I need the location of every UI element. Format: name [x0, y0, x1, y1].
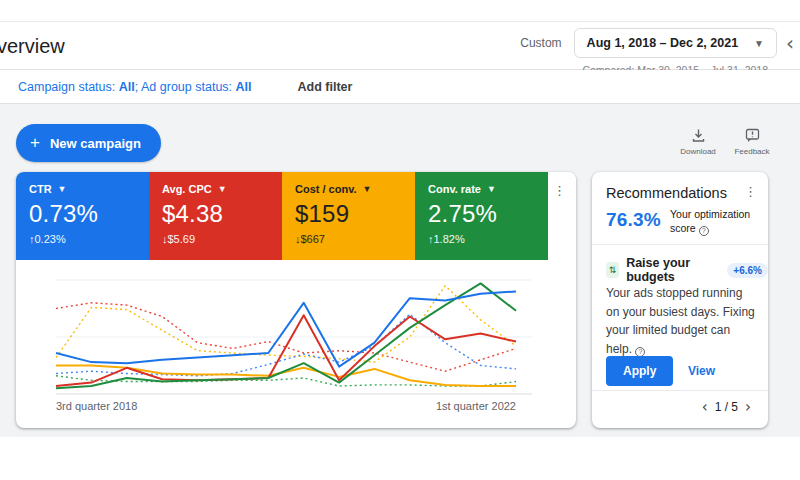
chevron-down-icon: ▼ [218, 184, 227, 194]
chart-line [56, 315, 516, 386]
chevron-left-icon[interactable]: ‹ [695, 398, 715, 416]
chart-area: 3rd quarter 2018 1st quarter 2022 [16, 260, 576, 428]
new-campaign-label: New campaign [50, 136, 141, 151]
optimization-score-label: Your optimization score ? [670, 207, 760, 236]
scorecard-metric-label: Avg. CPC [162, 183, 212, 195]
chart-line [56, 286, 516, 362]
filter-bar: Campaign status: All; Ad group status: A… [0, 70, 800, 104]
scorecard-cost-per-conv[interactable]: Cost / conv.▼ $159 ↓$667 [282, 172, 415, 260]
campaign-status-label: Campaign status: [18, 80, 115, 94]
status-filters-chip[interactable]: Campaign status: All; Ad group status: A… [18, 80, 252, 94]
more-options-icon[interactable]: ⋮ [744, 185, 757, 198]
feedback-button[interactable]: Feedback [728, 128, 776, 156]
scorecard-menu-strip: ⋮ [548, 172, 576, 260]
divider [592, 244, 768, 245]
recommendations-card: Recommendations ⋮ 76.3% Your optimizatio… [592, 172, 768, 428]
performance-card: CTR▼ 0.73% ↑0.23% Avg. CPC▼ $4.38 ↓$5.69… [16, 172, 576, 428]
date-range-area: Custom Aug 1, 2018 – Dec 2, 2021 ▼ ‹ [520, 28, 794, 58]
scorecard-value: 2.75% [428, 200, 535, 228]
x-axis-label-start: 3rd quarter 2018 [56, 400, 137, 412]
download-icon [691, 128, 706, 143]
chevron-right-icon[interactable]: › [738, 398, 758, 416]
apply-button[interactable]: Apply [606, 356, 673, 386]
chevron-left-icon[interactable]: ‹ [786, 31, 794, 55]
scorecard-avg-cpc[interactable]: Avg. CPC▼ $4.38 ↓$5.69 [149, 172, 282, 260]
download-button[interactable]: Download [674, 128, 722, 156]
date-range-value: Aug 1, 2018 – Dec 2, 2021 [587, 36, 738, 50]
filter-separator: ; [135, 80, 138, 94]
scorecard-metric-label: Cost / conv. [295, 183, 357, 195]
score-uplift-badge: +6.6% [727, 263, 768, 278]
help-icon[interactable]: ? [699, 226, 709, 236]
new-campaign-button[interactable]: + New campaign [16, 124, 161, 162]
page-header: verview Custom Aug 1, 2018 – Dec 2, 2021… [0, 22, 800, 70]
recommendations-title: Recommendations [606, 185, 727, 201]
more-options-icon[interactable]: ⋮ [553, 184, 566, 197]
pagination-label: 1 / 5 [715, 400, 738, 414]
optimization-score-text: Your optimization score [670, 208, 750, 234]
scorecard-delta: ↓$667 [295, 233, 402, 245]
bottom-strip [0, 437, 800, 480]
scorecard-delta: ↑1.82% [428, 233, 535, 245]
add-filter-button[interactable]: Add filter [298, 80, 353, 94]
recommendation-body-text: Your ads stopped running on your busiest… [606, 286, 755, 356]
scorecard-metric-label: Conv. rate [428, 183, 481, 195]
recommendation-item-header: ⇅ Raise your budgets +6.6% [606, 256, 768, 284]
date-range-select[interactable]: Aug 1, 2018 – Dec 2, 2021 ▼ [574, 28, 777, 58]
scorecard-delta: ↑0.23% [29, 233, 136, 245]
chevron-down-icon: ▼ [754, 38, 764, 49]
divider [592, 390, 768, 391]
top-strip [0, 0, 800, 22]
scorecard-metric-label: CTR [29, 183, 52, 195]
view-button[interactable]: View [688, 364, 715, 378]
chevron-down-icon: ▼ [58, 184, 67, 194]
page-title: verview [0, 35, 65, 58]
recommendations-pager: ‹ 1 / 5 › [695, 398, 758, 416]
x-axis-label-end: 1st quarter 2022 [436, 400, 516, 412]
optimization-score-value: 76.3% [606, 209, 661, 231]
chevron-down-icon: ▼ [363, 184, 372, 194]
raise-budgets-icon: ⇅ [606, 262, 619, 278]
download-label: Download [674, 147, 722, 156]
custom-range-label: Custom [520, 36, 561, 50]
ad-group-status-value: All [236, 80, 252, 94]
scorecard-ctr[interactable]: CTR▼ 0.73% ↑0.23% [16, 172, 149, 260]
scorecard-value: $4.38 [162, 200, 269, 228]
google-ads-overview-page: verview Custom Aug 1, 2018 – Dec 2, 2021… [0, 0, 800, 480]
ad-group-status-label: Ad group status: [141, 80, 232, 94]
recommendation-item-body: Your ads stopped running on your busiest… [606, 284, 758, 358]
feedback-label: Feedback [728, 147, 776, 156]
scorecard-value: $159 [295, 200, 402, 228]
content-area: + New campaign Download Feedback CTR▼ [0, 104, 800, 437]
scorecard-row: CTR▼ 0.73% ↑0.23% Avg. CPC▼ $4.38 ↓$5.69… [16, 172, 576, 260]
chart-line [56, 291, 516, 366]
scorecard-delta: ↓$5.69 [162, 233, 269, 245]
plus-icon: + [30, 133, 40, 153]
scorecard-conv-rate[interactable]: Conv. rate▼ 2.75% ↑1.82% [415, 172, 548, 260]
chevron-down-icon: ▼ [487, 184, 496, 194]
campaign-status-value: All [119, 80, 135, 94]
recommendation-item-title: Raise your budgets [626, 256, 721, 284]
feedback-icon [745, 128, 760, 143]
scorecard-value: 0.73% [29, 200, 136, 228]
